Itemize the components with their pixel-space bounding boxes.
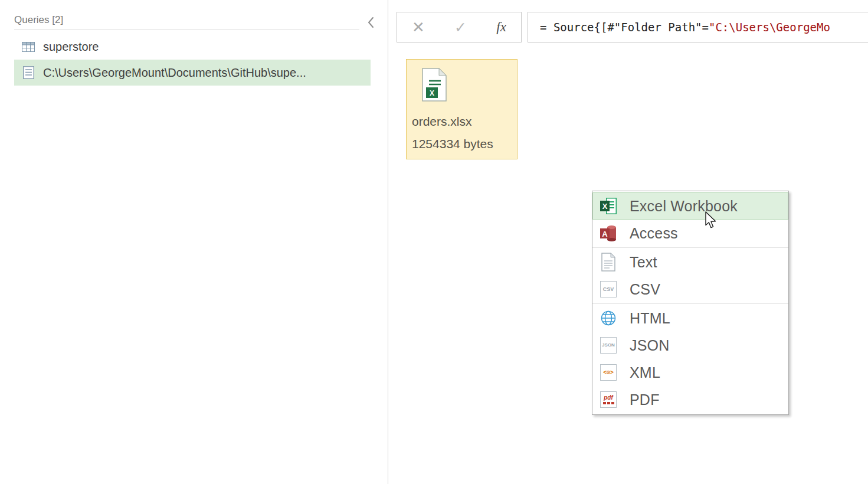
formula-expression: = Source{[#"Folder Path"= [540, 21, 709, 34]
queries-pane: Queries [2] superstore [0, 0, 388, 484]
xml-file-icon: <⊕> [598, 362, 618, 382]
menu-item-label: Excel Workbook [630, 198, 738, 215]
excel-icon: X [598, 196, 618, 216]
menu-item-label: CSV [630, 281, 660, 298]
menu-item-excel-workbook[interactable]: X Excel Workbook [592, 192, 788, 220]
accept-button[interactable]: ✓ [454, 20, 467, 35]
file-tile[interactable]: X orders.xlsx 1254334 bytes [406, 59, 517, 159]
json-file-icon: JSON [598, 335, 618, 355]
menu-separator [592, 247, 788, 248]
menu-item-csv[interactable]: CSV CSV [592, 276, 788, 303]
pdf-file-icon: pdf [598, 390, 618, 410]
menu-item-pdf[interactable]: pdf PDF [592, 386, 788, 413]
access-icon-letter: A [602, 230, 608, 238]
collapse-pane-button[interactable] [365, 16, 376, 29]
table-icon [22, 42, 35, 52]
formula-bar-buttons: ✕ ✓ fx [397, 12, 522, 42]
menu-item-label: XML [630, 364, 660, 381]
excel-file-icon-letter: X [430, 89, 434, 97]
cancel-button[interactable]: ✕ [412, 19, 425, 35]
query-item-label: superstore [43, 40, 99, 54]
fx-button[interactable]: fx [496, 19, 506, 35]
queries-header-underline: Queries [2] [14, 14, 359, 30]
query-item-folder-file[interactable]: C:\Users\GeorgeMount\Documents\GitHub\su… [14, 60, 371, 86]
menu-item-xml[interactable]: <⊕> XML [592, 359, 788, 386]
file-name: orders.xlsx [410, 114, 513, 129]
document-icon [22, 66, 35, 79]
html-globe-icon [598, 308, 618, 328]
menu-item-label: JSON [630, 337, 669, 354]
queries-header: Queries [2] [14, 14, 63, 25]
menu-item-label: Text [630, 254, 657, 271]
chevron-left-icon [367, 17, 374, 28]
menu-item-html[interactable]: HTML [592, 305, 788, 332]
query-item-superstore[interactable]: superstore [14, 34, 371, 60]
menu-item-label: Access [630, 225, 678, 242]
query-list: superstore C:\Users\GeorgeMount\Document… [14, 34, 371, 86]
excel-icon-letter: X [602, 202, 608, 211]
menu-item-label: HTML [630, 310, 670, 327]
menu-separator [592, 303, 788, 304]
queries-header-row: Queries [2] [14, 14, 376, 30]
menu-item-json[interactable]: JSON JSON [592, 332, 788, 359]
query-item-label: C:\Users\GeorgeMount\Documents\GitHub\su… [43, 66, 306, 80]
formula-input[interactable]: = Source{[#"Folder Path"="C:\Users\Georg… [528, 12, 868, 42]
access-icon: A [598, 223, 618, 243]
file-size: 1254334 bytes [410, 136, 513, 152]
text-file-icon [598, 252, 618, 272]
menu-item-label: PDF [630, 391, 660, 408]
formula-string-literal: "C:\Users\GeorgeMo [709, 21, 830, 34]
open-as-menu: X Excel Workbook A Access [592, 191, 789, 415]
menu-item-access[interactable]: A Access [592, 220, 788, 247]
menu-item-text[interactable]: Text [592, 248, 788, 276]
csv-file-icon: CSV [598, 279, 618, 299]
excel-file-icon: X [421, 68, 513, 104]
